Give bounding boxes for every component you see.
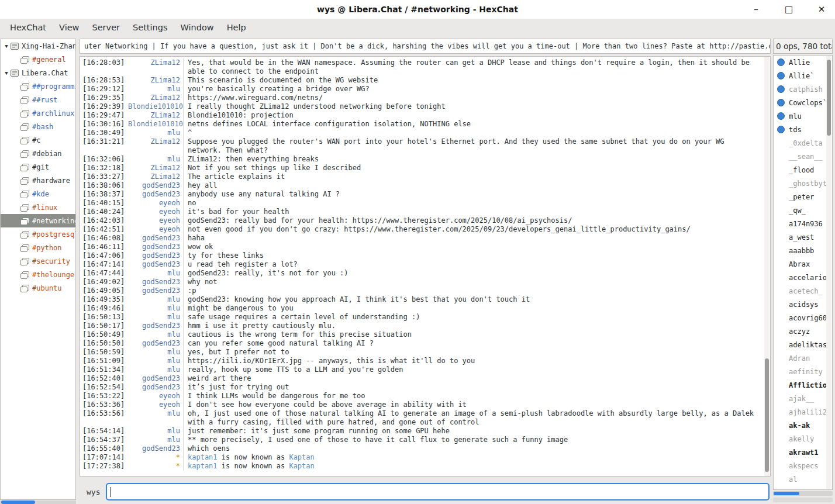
menu-server[interactable]: Server bbox=[85, 20, 126, 34]
nick-link[interactable]: kaptan1 bbox=[188, 462, 218, 470]
nick[interactable]: godSend23 bbox=[128, 322, 184, 330]
sidebar-item-security[interactable]: #security bbox=[1, 254, 75, 268]
nick[interactable]: Blondie101010 bbox=[128, 102, 184, 111]
nick[interactable]: mlu bbox=[128, 313, 184, 322]
nick[interactable]: eyeoh bbox=[128, 401, 184, 409]
nick[interactable]: eyeoh bbox=[128, 392, 184, 401]
close-icon[interactable]: ✕ bbox=[813, 2, 830, 17]
user-list-item[interactable]: a174n936 bbox=[774, 217, 832, 230]
user-list-item[interactable]: aczyz bbox=[774, 325, 832, 338]
nick[interactable]: mlu bbox=[128, 295, 184, 304]
menu-window[interactable]: Window bbox=[174, 20, 220, 34]
nick[interactable]: mlu bbox=[128, 365, 184, 374]
nick[interactable]: ZLima12 bbox=[128, 137, 184, 146]
user-list-item[interactable]: _peter bbox=[774, 190, 832, 203]
nick[interactable]: godSend23 bbox=[128, 181, 184, 190]
user-list-item[interactable]: akelly bbox=[774, 432, 832, 446]
user-list-item[interactable]: _0xdelta bbox=[774, 136, 832, 150]
user-list-item[interactable]: accelario bbox=[774, 271, 832, 284]
nick[interactable]: Blondie101010 bbox=[128, 120, 184, 129]
nick[interactable]: ZLima12 bbox=[128, 76, 184, 85]
nick[interactable]: godSend23 bbox=[128, 383, 184, 392]
nick[interactable]: mlu bbox=[128, 304, 184, 313]
sidebar-item-general[interactable]: #general bbox=[1, 53, 75, 66]
topic-bar[interactable]: uter Networking | If you have a question… bbox=[80, 39, 771, 54]
nick-link[interactable]: Kaptan bbox=[289, 462, 314, 470]
sidebar-item-rust[interactable]: ##rust bbox=[1, 93, 75, 106]
user-list-item[interactable]: Abrax bbox=[774, 257, 832, 271]
sidebar-item-programming[interactable]: ##programming bbox=[1, 80, 75, 93]
nick[interactable]: mlu bbox=[128, 436, 184, 444]
sidebar-item-archlinux[interactable]: #archlinux bbox=[1, 106, 75, 120]
sidebar-item-thelounge[interactable]: #thelounge bbox=[1, 268, 75, 281]
user-list-item[interactable]: aefinity bbox=[774, 365, 832, 378]
nick[interactable]: mlu bbox=[128, 330, 184, 339]
userlist-hscroll-thumb[interactable] bbox=[774, 492, 799, 495]
user-list-item[interactable]: a_west bbox=[774, 230, 832, 244]
nick[interactable]: eyeoh bbox=[128, 225, 184, 234]
nick[interactable]: ZLima12 bbox=[128, 58, 184, 67]
nick[interactable]: godSend23 bbox=[128, 260, 184, 269]
minimize-icon[interactable]: – bbox=[747, 2, 765, 17]
nick[interactable]: mlu bbox=[128, 155, 184, 164]
user-list-item[interactable]: acovrig60 bbox=[774, 311, 832, 325]
user-list-item[interactable]: ak-ak bbox=[774, 419, 832, 432]
user-list-item[interactable]: aaabbb bbox=[774, 244, 832, 257]
nick[interactable]: godSend23 bbox=[128, 374, 184, 383]
nick[interactable]: godSend23 bbox=[128, 278, 184, 286]
nick[interactable]: godSend23 bbox=[128, 339, 184, 348]
user-list-item[interactable]: al bbox=[774, 472, 832, 486]
nick[interactable]: mlu bbox=[128, 427, 184, 436]
user-list-item[interactable]: ajhalili2 bbox=[774, 405, 832, 419]
maximize-icon[interactable]: □ bbox=[780, 2, 798, 17]
user-list-item[interactable]: _qw_ bbox=[774, 203, 832, 217]
expander-icon[interactable]: ▼ bbox=[2, 43, 11, 49]
nick[interactable]: godSend23 bbox=[128, 190, 184, 199]
nick[interactable]: ZLima12 bbox=[128, 111, 184, 120]
sidebar-item-git[interactable]: #git bbox=[1, 160, 75, 174]
sidebar-item-debian[interactable]: #debian bbox=[1, 147, 75, 160]
user-list-item[interactable]: mlu bbox=[774, 109, 832, 123]
user-list-item[interactable]: ajak__ bbox=[774, 392, 832, 405]
sidebar-item-hardware[interactable]: #hardware bbox=[1, 174, 75, 187]
nick[interactable]: mlu bbox=[128, 85, 184, 94]
nick[interactable]: godSend23 bbox=[128, 251, 184, 260]
nick-link[interactable]: kaptan1 bbox=[188, 453, 218, 461]
sidebar-hscrollbar[interactable] bbox=[0, 500, 76, 504]
user-list-item[interactable]: adeliktas bbox=[774, 338, 832, 351]
user-list-item[interactable]: tds bbox=[774, 123, 832, 136]
userlist-scrollbar[interactable] bbox=[826, 56, 831, 489]
menu-hexchat[interactable]: HexChat bbox=[4, 20, 53, 34]
nick[interactable]: ZLima12 bbox=[128, 94, 184, 102]
user-list-item[interactable]: Afflictio bbox=[774, 378, 832, 392]
user-list-item[interactable]: catphish bbox=[774, 82, 832, 96]
sidebar-item-bash[interactable]: #bash bbox=[1, 120, 75, 133]
userlist-hscrollbar[interactable] bbox=[773, 491, 833, 496]
menu-help[interactable]: Help bbox=[220, 20, 253, 34]
user-list-item[interactable]: _ghostbyt bbox=[774, 177, 832, 190]
user-list-item[interactable]: __sean__ bbox=[774, 150, 832, 163]
user-list-item[interactable]: acetech_ bbox=[774, 284, 832, 298]
user-list-item[interactable]: acidsys bbox=[774, 298, 832, 311]
nick[interactable]: mlu bbox=[128, 348, 184, 357]
sidebar-item-libera-chat[interactable]: ▼Libera.Chat bbox=[1, 66, 75, 80]
nick-link[interactable]: Kaptan bbox=[289, 453, 314, 461]
nick[interactable]: mlu bbox=[128, 269, 184, 278]
sidebar-item-xing-hai-zhan[interactable]: ▼Xing-Hai-Zhan bbox=[1, 39, 75, 53]
sidebar-item-ubuntu[interactable]: #ubuntu bbox=[1, 281, 75, 295]
user-list-item[interactable]: akrawt1 bbox=[774, 446, 832, 459]
sidebar-item-postgresql[interactable]: #postgresql bbox=[1, 227, 75, 241]
title-bar[interactable]: wys @ Libera.Chat / #networking - HexCha… bbox=[0, 0, 835, 19]
userlist-hscrollbar-trough[interactable] bbox=[773, 498, 833, 502]
menu-view[interactable]: View bbox=[53, 20, 85, 34]
sidebar-item-kde[interactable]: #kde bbox=[1, 187, 75, 201]
message-input[interactable] bbox=[106, 483, 770, 500]
user-list-item[interactable]: _flood bbox=[774, 163, 832, 177]
chat-scrollbar-thumb[interactable] bbox=[765, 358, 769, 472]
userlist-scrollbar-thumb[interactable] bbox=[827, 60, 831, 136]
nick[interactable]: * bbox=[128, 453, 184, 462]
sidebar-item-python[interactable]: #python bbox=[1, 241, 75, 254]
user-list-item[interactable]: Allie bbox=[774, 56, 832, 69]
nick[interactable]: eyeoh bbox=[128, 208, 184, 216]
nick[interactable]: godSend23 bbox=[128, 243, 184, 251]
